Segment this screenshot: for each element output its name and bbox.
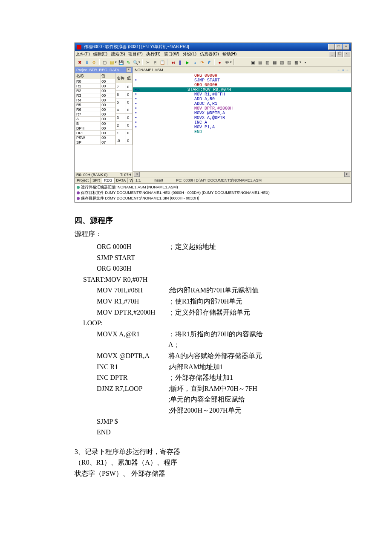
dropdown-icon[interactable]: ▾ (230, 61, 232, 64)
nav-back-icon[interactable]: ← (337, 67, 341, 72)
tool-find-icon[interactable]: 🔍 (132, 59, 138, 66)
code-line[interactable]: •ADDC A,R1 (133, 101, 351, 106)
menu-peripheral[interactable]: 外设(L) (183, 51, 196, 57)
tool-step-into-icon[interactable]: ↳ (191, 59, 198, 66)
code-line[interactable]: •MOV R1,#0FFH (133, 92, 351, 97)
dropdown-icon[interactable]: ▾ (300, 61, 301, 64)
table-row[interactable]: PSW00 (75, 136, 115, 140)
code-line[interactable]: •MOV DPTR,#2000H (133, 106, 351, 111)
table-row[interactable]: 50 (116, 98, 133, 106)
tool-new-icon[interactable]: ▢ (101, 59, 108, 66)
tool-open-icon[interactable]: ▤ (109, 59, 115, 66)
tool-save-icon[interactable]: 💾 (118, 59, 124, 66)
tab-project[interactable]: Project (75, 178, 91, 183)
ide-window: 伟福6000 · 软件模拟器 (8031) [F:\TY\单片机~4\AB.PR… (75, 43, 352, 202)
tool-step-over-icon[interactable]: ↷ (199, 59, 205, 66)
table-row[interactable]: R400 (75, 98, 115, 103)
success-bullet-icon (77, 186, 80, 189)
mdi-restore-button[interactable]: ❐ (336, 51, 343, 57)
table-row[interactable]: R500 (75, 103, 115, 107)
close-button[interactable]: × (343, 44, 349, 50)
table-row[interactable]: R200 (75, 89, 115, 93)
asm-instruction: START:MOV R0,#07H (83, 274, 168, 285)
table-row[interactable]: 20 (116, 121, 133, 129)
menu-file[interactable]: 文件(F) (76, 51, 90, 57)
dropdown-icon[interactable]: ▾ (115, 61, 117, 64)
tool-window8-icon[interactable]: ▪ (302, 59, 308, 66)
t-status: T: 07H (120, 173, 131, 177)
table-row[interactable]: SP07 (75, 140, 115, 145)
table-row[interactable]: B00 (75, 121, 115, 126)
table-row[interactable]: R000 (75, 79, 115, 84)
minimize-button[interactable]: _ (328, 44, 335, 50)
table-row[interactable]: R600 (75, 107, 115, 112)
horizontal-scrollbar[interactable]: ◂ ▸ (133, 171, 351, 177)
table-row[interactable]: 70 (116, 83, 133, 91)
section-heading: 四、源程序 (75, 215, 317, 225)
table-row[interactable]: A00 (75, 117, 115, 121)
menu-project[interactable]: 项目(P) (128, 51, 142, 57)
tool-window7-icon[interactable]: ▩ (293, 59, 300, 66)
tool-window5-icon[interactable]: ▧ (279, 59, 285, 66)
tab-data[interactable]: DATA (115, 178, 128, 183)
nav-forward-icon[interactable]: → (345, 67, 349, 72)
menu-search[interactable]: 搜索(S) (111, 51, 125, 57)
tool-run-start-icon[interactable]: ⏮ (170, 59, 176, 66)
tool-download-icon[interactable]: ⬇ (84, 59, 90, 66)
tool-window6-icon[interactable]: ▨ (286, 59, 292, 66)
tab-reg[interactable]: REG (102, 178, 115, 183)
menu-help[interactable]: 帮助(H) (222, 51, 237, 57)
document-tab[interactable]: NONAME1.ASM (135, 68, 163, 72)
table-row[interactable]: 30 (116, 114, 133, 121)
scroll-left-button[interactable]: ◂ (134, 172, 140, 177)
tool-copy-icon[interactable]: ⎘ (152, 59, 158, 66)
code-editor[interactable]: ORG 0000H•SJMP STARTORG 0030H•◇START:MOV… (133, 73, 351, 171)
nav-dot-icon[interactable]: • (342, 67, 344, 72)
maximize-button[interactable]: □ (335, 44, 342, 50)
code-line[interactable]: ORG 0000H (133, 73, 351, 78)
table-row[interactable]: 40 (116, 106, 133, 114)
code-line[interactable]: •MOVX A,@DPTR (133, 116, 351, 120)
table-row[interactable]: R300 (75, 93, 115, 98)
menu-window[interactable]: 窗口(W) (164, 51, 179, 57)
table-row[interactable]: DPL00 (75, 131, 115, 136)
menu-simulator[interactable]: 仿真器(O) (200, 51, 219, 57)
code-line[interactable]: •ADD A,R0 (133, 97, 351, 101)
panel-close-button[interactable]: × (126, 67, 131, 72)
tool-step-out-icon[interactable]: ↱ (206, 59, 212, 66)
code-line[interactable]: END (133, 130, 351, 134)
mdi-close-button[interactable]: × (343, 51, 350, 57)
tool-print-icon[interactable]: ✎ (125, 59, 131, 66)
table-row[interactable]: R700 (75, 112, 115, 117)
tool-breakpoint-icon[interactable]: ● (216, 59, 223, 66)
code-line[interactable]: •INC A (133, 120, 351, 125)
code-line[interactable]: •◇START:MOV R0,#07H (133, 87, 351, 92)
tool-build-icon[interactable]: ⚙ (91, 59, 97, 66)
table-row[interactable]: 60 (116, 91, 133, 98)
table-row[interactable]: .00 (116, 137, 133, 145)
code-line[interactable]: •MOV P1,A (133, 125, 351, 130)
table-row[interactable]: R100 (75, 84, 115, 89)
menu-edit[interactable]: 编辑(E) (93, 51, 107, 57)
code-line[interactable]: •SJMP START (133, 78, 351, 83)
menu-run[interactable]: 执行(R) (146, 51, 161, 57)
table-row[interactable]: 10 (116, 129, 133, 137)
tool-run-icon[interactable]: ▶ (184, 59, 190, 66)
tab-sfr[interactable]: SFR (91, 178, 102, 183)
mdi-minimize-button[interactable]: _ (329, 51, 336, 57)
tool-compile-icon[interactable]: ✖ (76, 59, 83, 66)
tool-watch-icon[interactable]: 👁 (224, 59, 230, 66)
tool-cut-icon[interactable]: ✂ (144, 59, 151, 66)
table-row[interactable]: DPH00 (75, 126, 115, 131)
tool-window2-icon[interactable]: ▤ (257, 59, 263, 66)
code-line[interactable]: •MOVX @DPTR,A (133, 111, 351, 116)
tool-window4-icon[interactable]: ▦ (271, 59, 278, 66)
tool-pause-icon[interactable]: ‖ (177, 59, 183, 66)
code-line[interactable]: ORG 0030H (133, 83, 351, 87)
tool-window1-icon[interactable]: ▣ (250, 59, 256, 66)
tool-paste-icon[interactable]: 📋 (159, 59, 165, 66)
asm-comment: 将A的内容赋给外部存储器单元 (168, 350, 266, 361)
scroll-right-button[interactable]: ▸ (344, 172, 350, 177)
dropdown-icon[interactable]: ▾ (138, 61, 140, 64)
tool-window3-icon[interactable]: ▥ (264, 59, 271, 66)
